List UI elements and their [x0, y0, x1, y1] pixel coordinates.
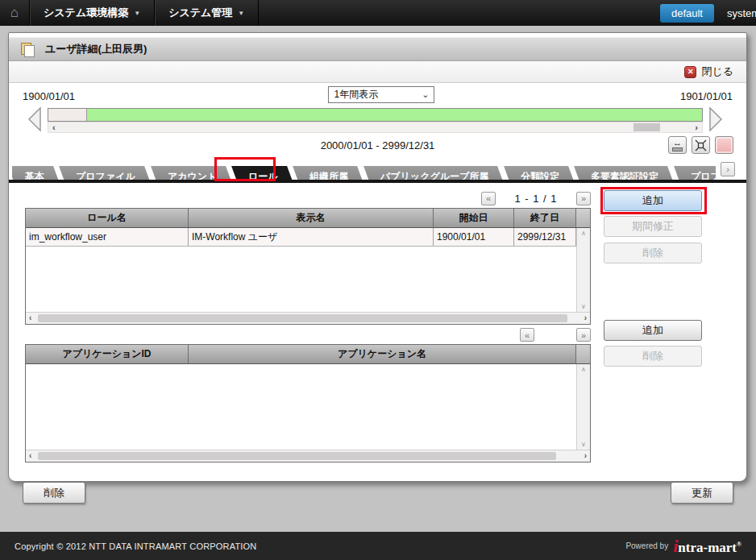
scroll-left-icon[interactable]: ‹ [29, 451, 31, 460]
tab-profile[interactable]: プロファイル [60, 166, 153, 180]
close-icon[interactable]: ✕ [684, 66, 696, 78]
pager-page-label: 1 - 1 / 1 [496, 193, 576, 205]
column-header-app-id[interactable]: アプリケーションID [26, 345, 189, 363]
update-user-button[interactable]: 更新 [671, 482, 733, 504]
applications-table-body: ∧ ∨ [26, 364, 590, 450]
powered-by: Powered by intra-mart® [625, 536, 741, 557]
roles-table: ロール名 表示名 開始日 終了日 im_workflow_user IM-Wor… [25, 208, 591, 325]
page-title: ユーザ詳細(上田辰男) [45, 42, 147, 56]
column-header-filler [576, 209, 590, 227]
period-label: 2000/01/01 - 2999/12/31 [321, 139, 435, 151]
scroll-left-icon[interactable]: ‹ [29, 313, 31, 322]
add-application-button[interactable]: 追加 [604, 320, 702, 341]
menu-system-environment[interactable]: システム環境構築 ▼ [30, 0, 155, 26]
scroll-right-icon[interactable]: › [584, 313, 587, 322]
menu-label: システム環境構築 [44, 6, 128, 20]
chevron-down-icon: ⌄ [422, 89, 429, 100]
roles-horizontal-scrollbar[interactable]: ‹ › [26, 312, 590, 324]
pager-first-button[interactable]: « [520, 328, 534, 342]
scroll-up-icon[interactable]: ∧ [581, 230, 586, 237]
close-button[interactable]: 閉じる [701, 64, 733, 79]
chevron-down-icon: ▼ [134, 10, 140, 17]
timeline-bar[interactable] [48, 108, 703, 122]
column-header-start-date[interactable]: 開始日 [434, 209, 514, 227]
applications-table-header: アプリケーションID アプリケーション名 [26, 345, 590, 364]
fit-width-icon: ↔ [673, 139, 682, 147]
cell-display-name: IM-Workflow ユーザ [189, 228, 434, 246]
scroll-left-icon[interactable]: ‹ [52, 122, 56, 132]
timeline-prev-arrow[interactable] [27, 106, 43, 132]
column-header-role-name[interactable]: ロール名 [26, 209, 189, 227]
actions-column: 追加 期間修正 削除 追加 削除 [604, 189, 704, 463]
intra-mart-logo: intra-mart® [673, 536, 741, 557]
scroll-thumb[interactable] [38, 452, 556, 460]
delete-user-button[interactable]: 削除 [23, 482, 85, 504]
apps-horizontal-scrollbar[interactable]: ‹ › [26, 450, 590, 462]
timeline-tools: ↔ [668, 136, 733, 154]
tab-account[interactable]: アカウント [151, 166, 234, 180]
registered-mark: ® [737, 541, 741, 548]
title-bar: ユーザ詳細(上田辰男) [9, 37, 746, 61]
tab-organization[interactable]: 組織所属 [293, 166, 366, 180]
chevron-down-icon: ▼ [238, 10, 244, 17]
nav-right: default system [660, 0, 756, 26]
tab-role[interactable]: ロール [232, 166, 295, 180]
timeline-next-arrow[interactable] [708, 106, 724, 132]
cell-role-name: im_workflow_user [26, 228, 189, 246]
timeline-scroll-thumb[interactable] [633, 123, 660, 131]
fit-width-button[interactable]: ↔ [668, 136, 687, 154]
table-row[interactable]: im_workflow_user IM-Workflow ユーザ 1900/01… [26, 228, 576, 247]
tab-category-settings[interactable]: 分類設定 [504, 166, 576, 180]
tab-scroll-next-button[interactable]: › [721, 162, 735, 176]
scroll-down-icon[interactable]: ∨ [581, 303, 586, 310]
tab-profile-partial[interactable]: プロファ [674, 166, 716, 180]
default-tenant-button[interactable]: default [660, 4, 714, 23]
fit-scale-button[interactable] [692, 136, 710, 154]
home-icon[interactable]: ⌂ [0, 0, 30, 26]
scroll-right-icon[interactable]: › [695, 122, 698, 132]
scroll-right-icon[interactable]: › [584, 451, 587, 460]
pink-swatch-button[interactable] [715, 136, 733, 154]
range-select[interactable]: 1年間表示 ⌄ [327, 86, 434, 103]
pager-last-button[interactable]: » [576, 328, 591, 342]
tab-basic[interactable]: 基本 [12, 166, 61, 180]
tab-public-group[interactable]: パブリックグループ所属 [363, 166, 505, 180]
tab-mfa-settings[interactable]: 多要素認証設定 [574, 166, 675, 180]
add-role-button[interactable]: 追加 [604, 190, 702, 211]
applications-table: アプリケーションID アプリケーション名 ∧ ∨ ‹ › [25, 344, 591, 463]
bottom-actions: 削除 更新 [0, 482, 756, 504]
timeline-start-date: 1900/01/01 [23, 90, 75, 102]
period-row: 2000/01/01 - 2999/12/31 ↔ [9, 135, 746, 156]
column-header-app-name[interactable]: アプリケーション名 [189, 345, 576, 363]
column-header-filler [576, 345, 590, 363]
powered-by-label: Powered by [625, 541, 668, 550]
timeline-scrollbar[interactable]: ‹ › [48, 122, 703, 133]
roles-pagination: « 1 - 1 / 1 » [25, 189, 591, 208]
roles-vertical-scrollbar[interactable]: ∧ ∨ [576, 228, 590, 312]
delete-application-button: 削除 [604, 346, 702, 367]
roles-table-body: im_workflow_user IM-Workflow ユーザ 1900/01… [26, 228, 590, 312]
scroll-thumb[interactable] [38, 314, 567, 322]
apps-pagination: « » [25, 325, 591, 344]
pager-first-button[interactable]: « [481, 192, 496, 205]
toolbar: ✕ 閉じる [9, 61, 746, 83]
apps-vertical-scrollbar[interactable]: ∧ ∨ [576, 364, 590, 450]
cell-end-date: 2999/12/31 [514, 228, 576, 246]
top-nav: ⌂ システム環境構築 ▼ システム管理 ▼ default system [0, 0, 756, 26]
delete-role-button: 削除 [604, 243, 702, 263]
scroll-up-icon[interactable]: ∧ [581, 366, 586, 373]
pager-last-button[interactable]: » [576, 192, 591, 205]
timeline-slider: ‹ › [30, 108, 733, 135]
user-detail-panel: ユーザ詳細(上田辰男) ✕ 閉じる 1900/01/01 1年間表示 ⌄ 190… [8, 32, 747, 482]
menu-label: システム管理 [168, 6, 232, 20]
footer: Copyright © 2012 NTT DATA INTRAMART CORP… [0, 532, 756, 560]
column-header-display-name[interactable]: 表示名 [189, 209, 434, 227]
timeline-segment-past [48, 109, 87, 121]
system-tenant-label[interactable]: system [727, 7, 756, 19]
column-header-end-date[interactable]: 終了日 [514, 209, 576, 227]
copyright-text: Copyright © 2012 NTT DATA INTRAMART CORP… [15, 541, 257, 551]
range-select-value: 1年間表示 [334, 88, 378, 102]
scroll-down-icon[interactable]: ∨ [581, 441, 586, 448]
menu-system-admin[interactable]: システム管理 ▼ [155, 0, 259, 26]
tables-column: « 1 - 1 / 1 » ロール名 表示名 開始日 終了日 im_workfl… [25, 189, 591, 463]
